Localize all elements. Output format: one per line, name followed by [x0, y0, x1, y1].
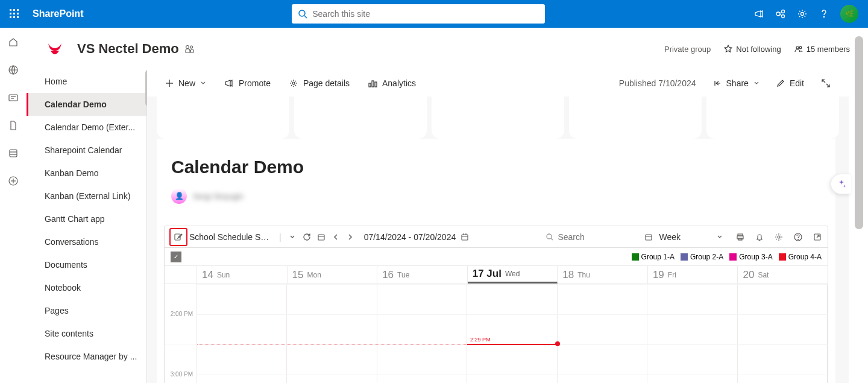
analytics-button[interactable]: Analytics [368, 78, 416, 88]
svg-point-54 [798, 239, 799, 239]
analytics-label: Analytics [382, 78, 416, 88]
date-picker-icon[interactable] [459, 232, 470, 242]
open-external-icon[interactable] [812, 232, 823, 242]
copilot-button[interactable] [831, 174, 851, 194]
create-icon[interactable] [7, 175, 19, 187]
now-label: 2:29 PM [470, 337, 491, 343]
search-input[interactable] [312, 9, 539, 19]
author-name[interactable]: Sergi Sinyugin [193, 192, 244, 201]
new-button[interactable]: New [165, 78, 206, 88]
settings-icon[interactable] [773, 232, 784, 242]
next-icon[interactable] [345, 232, 356, 242]
nav-item[interactable]: Pages [27, 299, 146, 322]
files-icon[interactable] [7, 119, 19, 131]
author-avatar[interactable]: 👤 [171, 188, 187, 204]
site-header: VS Nectel Demo Private group Not followi… [27, 28, 868, 70]
day-header[interactable]: 17 JulWed [468, 266, 558, 283]
people-icon [794, 45, 803, 53]
help-icon[interactable] [793, 232, 804, 242]
svg-rect-8 [17, 16, 19, 18]
day-header[interactable]: 16Tue [377, 266, 468, 283]
svg-point-9 [299, 10, 305, 16]
nav-item[interactable]: Resource Manager by ... [27, 345, 146, 368]
legend-item[interactable]: Group 2-A [681, 253, 723, 261]
follow-button[interactable]: Not following [724, 45, 781, 54]
globe-icon[interactable] [7, 64, 19, 76]
site-title[interactable]: VS Nectel Demo [77, 41, 179, 57]
left-nav: HomeCalendar DemoCalendar Demo (Exter...… [27, 70, 147, 383]
svg-point-12 [782, 10, 785, 13]
today-icon[interactable] [316, 232, 327, 242]
nav-item[interactable]: Home [27, 70, 146, 93]
megaphone-icon[interactable] [753, 8, 764, 19]
calendar-search-input[interactable] [558, 232, 630, 242]
app-launcher-icon[interactable] [5, 4, 24, 24]
day-header[interactable]: 15Mon [288, 266, 378, 283]
view-selector[interactable]: Week [644, 232, 723, 242]
brand-label[interactable]: SharePoint [33, 8, 83, 19]
news-icon[interactable] [7, 92, 19, 104]
svg-line-46 [551, 238, 553, 240]
bell-icon[interactable] [754, 232, 765, 242]
site-logo[interactable] [45, 39, 65, 59]
calendar-toolbar: School Schedule Septe... | 07/14/2024 - … [165, 226, 828, 248]
nav-item[interactable]: Calendar Demo (Exter... [27, 116, 146, 139]
nav-item[interactable]: Notebook [27, 276, 146, 299]
help-icon[interactable] [819, 8, 829, 19]
lists-icon[interactable] [7, 147, 19, 159]
plus-icon [165, 79, 174, 87]
pencil-icon [776, 79, 785, 87]
day-header[interactable]: 18Thu [558, 266, 648, 283]
edit-button[interactable]: Edit [776, 78, 804, 88]
nav-item[interactable]: Sharepoint Calendar [27, 139, 146, 162]
chevron-down-icon [717, 234, 723, 240]
page-scrollbar[interactable] [855, 36, 863, 229]
chevron-down-icon[interactable] [287, 232, 298, 242]
calendar-search[interactable] [546, 232, 630, 242]
day-header[interactable]: 19Fri [648, 266, 738, 283]
edit-webpart-button[interactable] [169, 228, 187, 246]
refresh-icon[interactable] [301, 232, 312, 242]
nav-item[interactable]: Kanban (External Link) [27, 185, 146, 207]
command-bar: New Promote Page details Analytics Publi… [147, 70, 849, 97]
home-icon[interactable] [7, 36, 19, 48]
nav-item[interactable]: Conversations [27, 230, 146, 253]
calendar-source-title[interactable]: School Schedule Septe... [189, 232, 274, 242]
separator: | [277, 232, 283, 242]
print-icon[interactable] [735, 232, 746, 242]
select-all-checkbox[interactable]: ✓ [171, 252, 181, 262]
calendar-grid[interactable]: 2:29 PM [197, 284, 828, 383]
search-box[interactable] [292, 4, 545, 24]
promote-icon [224, 78, 234, 88]
svg-point-34 [292, 82, 295, 84]
svg-rect-6 [10, 16, 11, 18]
suite-actions: 🌿 [753, 5, 858, 23]
day-header[interactable]: 20Sat [738, 266, 828, 283]
legend-item[interactable]: Group 1-A [632, 253, 675, 261]
nav-item[interactable]: Kanban Demo [27, 162, 146, 185]
share-button[interactable]: Share [713, 78, 760, 88]
svg-rect-19 [9, 95, 17, 101]
nav-item[interactable]: Calendar Demo [27, 93, 146, 116]
view-label: Week [659, 232, 681, 242]
teams-icon[interactable] [184, 43, 195, 54]
user-avatar[interactable]: 🌿 [840, 5, 858, 23]
page-details-button[interactable]: Page details [289, 78, 350, 88]
nav-item[interactable]: Gantt Chart app [27, 207, 146, 230]
members-button[interactable]: 15 members [794, 45, 850, 54]
legend-item[interactable]: Group 3-A [729, 253, 772, 261]
day-header[interactable]: 14Sun [197, 266, 288, 283]
calendar-icon [644, 233, 653, 241]
chevron-down-icon [200, 80, 206, 86]
nav-item[interactable]: Site contents [27, 322, 146, 345]
star-icon [724, 45, 732, 53]
settings-icon[interactable] [797, 8, 808, 19]
expand-icon[interactable] [821, 78, 831, 88]
promote-button[interactable]: Promote [224, 78, 271, 88]
connections-icon[interactable] [775, 8, 786, 19]
nav-item[interactable]: Documents [27, 253, 146, 276]
calendar-body[interactable]: 2:00 PM3:00 PM 2:29 PM [165, 284, 828, 383]
prev-icon[interactable] [330, 232, 341, 242]
legend-item[interactable]: Group 4-A [779, 253, 822, 261]
date-range[interactable]: 07/14/2024 - 07/20/2024 [364, 232, 456, 242]
